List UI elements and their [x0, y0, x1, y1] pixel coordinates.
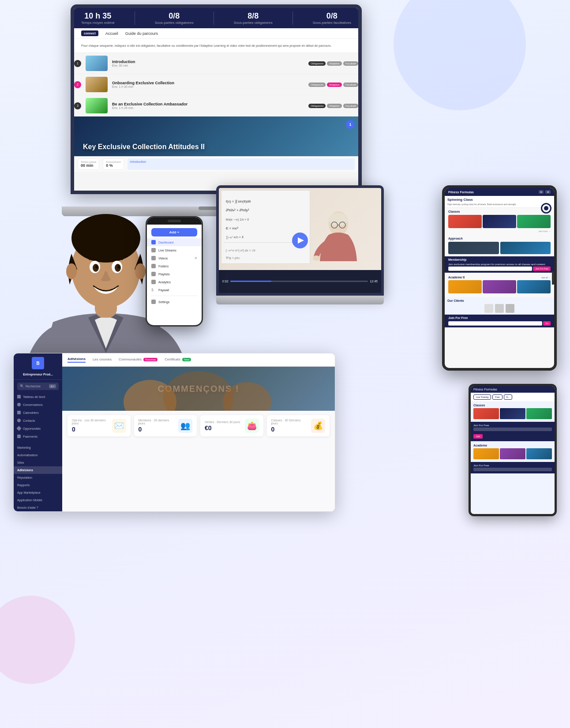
t2-join-input[interactable] [473, 428, 552, 431]
tablet-header-btns: ● ● [539, 190, 551, 194]
see-all-btn[interactable]: see all → [541, 276, 551, 279]
classes-title: Classes [448, 210, 551, 213]
stat-caisses-value: 0 [271, 426, 308, 433]
course-row-1[interactable]: 1 Introduction Env. 00 min Obligatoire A… [74, 53, 358, 74]
class-thumb-1[interactable] [448, 215, 482, 228]
tablet-home-button[interactable] [552, 271, 555, 285]
course-row-2[interactable]: 2 Onboarding Exclusive Collection Env. 1… [74, 74, 358, 95]
tab-communautes[interactable]: Communautés Nouveau [119, 357, 158, 362]
t2-btn-free[interactable]: Free [492, 394, 502, 400]
nav-link-guide[interactable]: Guide du parcours [125, 31, 158, 36]
nav-paiements[interactable]: Paiements [14, 432, 62, 440]
stat-optins: Opt-ins · Les 30 derniers jours 0 ✉️ [68, 415, 131, 436]
menu-item-paywall[interactable]: $ Paywall [147, 286, 202, 294]
add-button[interactable]: Add + [151, 228, 197, 236]
tab-btn-1[interactable]: ● [539, 190, 544, 194]
badge-facultatif-1: Facultatif [343, 61, 358, 66]
crm-search-box[interactable]: 🔍 Recherche ⌘F [17, 383, 59, 390]
paywall-icon: $ [151, 288, 156, 292]
nav-reputation[interactable]: Réputation [14, 474, 62, 481]
crm-tabs-bar: Adhésions Les courses Communautés Nouvea… [62, 353, 335, 367]
course-row-3[interactable]: 3 Be an Exclusive Collection Ambassador … [74, 95, 358, 116]
approach-img-2 [500, 242, 551, 254]
approach-images [448, 242, 551, 254]
nav-contacts[interactable]: Contacts [14, 417, 62, 424]
t2-more-3[interactable] [526, 448, 552, 459]
nav-marketing[interactable]: Marketing [14, 444, 62, 451]
t2-join-text: Join For Free [473, 424, 552, 427]
svg-point-10 [95, 265, 98, 269]
ventes-icon: 👛 [245, 419, 259, 433]
menu-item-folders[interactable]: Folders [147, 262, 202, 270]
t2-thumb-2[interactable] [500, 408, 525, 419]
nav-automatisation[interactable]: Automatisation [14, 451, 62, 459]
menu-label-livestreams: Live Streams [158, 249, 176, 252]
class-thumb-3[interactable] [517, 215, 551, 228]
tab-communautes-label: Communautés [119, 357, 142, 361]
tab-btn-2[interactable]: ● [545, 190, 551, 194]
crm-params[interactable]: ⚙ Paramètres de ! [14, 511, 62, 512]
t2-btn-d[interactable]: D... [504, 394, 513, 400]
nav-mobile[interactable]: Application Mobile [14, 496, 62, 504]
client-logo-3 [506, 304, 514, 313]
t2-more-1[interactable] [473, 448, 499, 459]
tablet-screen: Fitness Formulas ● ● Spinning Class High… [445, 188, 554, 368]
crm-logo-area: B [14, 353, 62, 373]
t2-classes-title: Classes [473, 404, 552, 407]
nav-label-contacts: Contacts [23, 419, 35, 422]
course-thumb-3 [86, 98, 108, 113]
menu-item-dashboard[interactable]: Dashboard [147, 238, 202, 246]
tablet2-screen: Fitness Formulas Live Training Free D...… [471, 386, 555, 514]
svg-text:∇²φ = ρ/ε₀: ∇²φ = ρ/ε₀ [225, 256, 240, 260]
nav-conversations[interactable]: Conversations [14, 401, 62, 409]
t2-bottom-input[interactable] [473, 468, 552, 471]
menu-item-playlists[interactable]: Playlists [147, 270, 202, 278]
menu-item-livestreams[interactable]: Live Streams [147, 246, 202, 254]
course-dur-2: Env. 1 h 30 min [112, 85, 304, 88]
t2-thumb-1[interactable] [473, 408, 499, 419]
svg-point-5 [71, 214, 140, 263]
hero-badge: 1 [346, 120, 355, 129]
nav-sites[interactable]: Sites [14, 459, 62, 466]
join-input[interactable] [448, 321, 542, 326]
academe-thumb-2[interactable] [483, 280, 516, 293]
play-triangle [298, 237, 304, 244]
envelope-icon: ✉️ [114, 421, 124, 431]
membership-email[interactable] [448, 266, 532, 271]
class-thumb-2[interactable] [483, 215, 516, 228]
nav-calendriers[interactable]: Calendriers [14, 409, 62, 417]
nav-rapports[interactable]: Rapports [14, 481, 62, 489]
menu-label-settings: Settings [158, 300, 169, 304]
menu-item-videos[interactable]: Videos ⊕ [147, 254, 202, 262]
nav-tableau[interactable]: Tableau de bord [14, 393, 62, 401]
menu-item-analytics[interactable]: Analytics [147, 278, 202, 286]
svg-point-13 [135, 263, 146, 279]
nav-link-home[interactable]: Accueil [105, 31, 118, 36]
play-button[interactable] [292, 233, 308, 248]
tab-adhesions[interactable]: Adhésions [68, 357, 86, 363]
join-free-btn[interactable]: Join For Free [533, 266, 551, 271]
nav-marketplace[interactable]: App Marketplace [14, 489, 62, 496]
course-info-1: Introduction Env. 00 min [112, 60, 304, 67]
whiteboard: f(x) = ∫∫ sin(θ)dθ ∂²f/∂x² + ∂²f/∂y² lim… [221, 190, 310, 264]
t2-thumb-3[interactable] [526, 408, 552, 419]
menu-item-settings[interactable]: Settings [147, 298, 202, 306]
nav-adhesions[interactable]: Adhésions [14, 466, 62, 474]
t2-join-btn[interactable]: Join [473, 434, 483, 439]
nav-opportunites[interactable]: Opportunités [14, 424, 62, 432]
nav-label-paiements: Paiements [23, 435, 38, 438]
progress-bar[interactable] [230, 281, 368, 282]
deco-circle-1 [394, 0, 526, 110]
t2-more-2[interactable] [500, 448, 525, 459]
join-btn[interactable]: Go [543, 321, 551, 326]
t2-header: Fitness Formulas [471, 386, 555, 393]
academe-thumb-3[interactable] [517, 280, 551, 293]
t2-btn-livetraining[interactable]: Live Training [473, 394, 491, 400]
tab-courses[interactable]: Les courses [93, 357, 112, 362]
course-number-3: 3 [74, 102, 81, 109]
nav-aide[interactable]: Besoin d'aide ? [14, 504, 62, 511]
academe-thumb-1[interactable] [448, 280, 482, 293]
tab-certificats[interactable]: Certificats New [165, 357, 191, 362]
see-more[interactable]: see more → [448, 230, 551, 233]
caisses-icon: 💰 [311, 419, 325, 433]
